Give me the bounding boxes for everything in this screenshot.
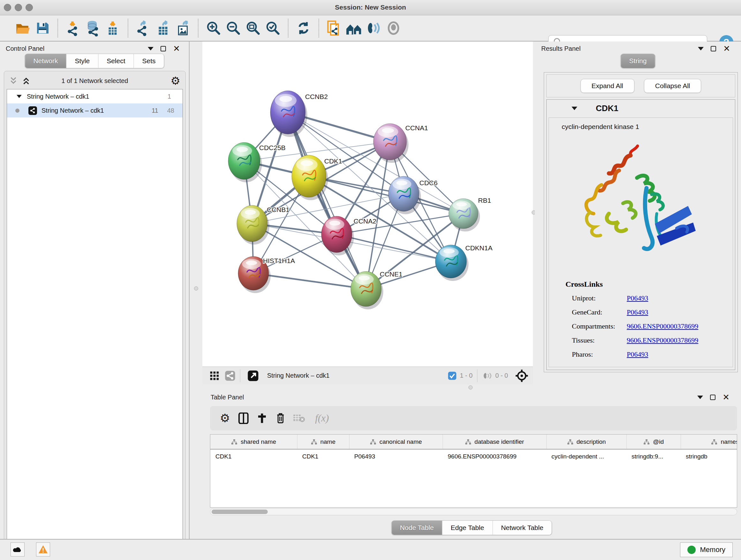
node-label-CDK1: CDK1 <box>324 158 342 165</box>
panel-menu-caret-icon[interactable] <box>148 47 153 51</box>
show-columns-icon[interactable] <box>234 409 253 428</box>
apply-style-button[interactable] <box>293 18 313 38</box>
column-header-description[interactable]: description <box>546 435 626 449</box>
network-row-selected[interactable]: String Network – cdk1 11 48 <box>7 104 183 118</box>
network-options-gear-icon[interactable]: ⚙ <box>171 74 180 87</box>
collection-count: 1 <box>167 93 171 100</box>
crosslink-link[interactable]: P06493 <box>627 294 648 302</box>
show-eye-button[interactable] <box>384 18 403 38</box>
panel-close-icon[interactable]: ✕ <box>723 46 730 51</box>
crosslink-link[interactable]: 9606.ENSP00000378699 <box>627 336 698 345</box>
tab-network-table[interactable]: Network Table <box>492 521 552 535</box>
zoom-in-button[interactable] <box>204 18 223 38</box>
collapse-all-button[interactable]: Collapse All <box>644 79 701 93</box>
node-HIST1H1A[interactable]: HIST1H1A <box>238 256 295 293</box>
panel-float-icon[interactable] <box>711 46 716 51</box>
column-header--id[interactable]: @id <box>626 435 681 449</box>
network-collection-row[interactable]: String Network – cdk1 1 <box>7 89 183 104</box>
scrollbar-thumb[interactable] <box>212 509 268 514</box>
tab-style[interactable]: Style <box>66 54 98 68</box>
network-view-canvas[interactable]: CCNB2CCNA1CDC25BCDK1CDC6RB1CCNB1CCNA2CDK… <box>202 42 533 367</box>
edge-CCNB2-CCNE1[interactable] <box>288 112 366 289</box>
column-header-shared-name[interactable]: shared name <box>210 435 297 449</box>
hidden-elements-icon <box>482 370 493 381</box>
left-splitter-handle-icon[interactable] <box>194 287 198 291</box>
export-image-button[interactable] <box>173 18 193 38</box>
export-table-button[interactable] <box>153 18 173 38</box>
table-cell[interactable]: cyclin-dependent ... <box>546 449 626 463</box>
table-cell[interactable]: CDK1 <box>297 449 349 463</box>
import-network-file-button[interactable] <box>63 18 83 38</box>
table-options-gear-icon[interactable]: ⚙ <box>216 409 234 428</box>
add-column-icon[interactable] <box>253 409 271 428</box>
selected-checkbox-icon[interactable] <box>448 371 457 380</box>
panel-menu-caret-icon[interactable] <box>697 395 703 399</box>
crosslink-link[interactable]: P06493 <box>627 350 648 359</box>
gene-section-header[interactable]: CDK1 <box>547 100 735 117</box>
bottom-splitter-handle-icon[interactable] <box>468 385 473 389</box>
tab-sets[interactable]: Sets <box>134 54 164 68</box>
expand-all-button[interactable]: Expand All <box>581 79 634 93</box>
tab-edge-table[interactable]: Edge Table <box>442 521 492 535</box>
tab-select[interactable]: Select <box>98 54 133 68</box>
panel-float-icon[interactable] <box>710 395 716 400</box>
crosslink-link[interactable]: P06493 <box>627 308 648 316</box>
panel-close-icon[interactable]: ✕ <box>723 395 730 400</box>
panel-menu-caret-icon[interactable] <box>698 47 704 51</box>
gene-name: CDK1 <box>596 104 618 113</box>
open-in-new-window-icon[interactable] <box>247 370 259 381</box>
memory-button[interactable]: Memory <box>680 543 733 557</box>
tab-string[interactable]: String <box>621 54 655 68</box>
hide-glasses-button[interactable] <box>364 18 384 38</box>
network-graph: CCNB2CCNA1CDC25BCDK1CDC6RB1CCNB1CCNA2CDK… <box>202 42 533 367</box>
tree-expand-caret-icon[interactable] <box>17 95 22 98</box>
zoom-selected-icon <box>265 20 281 36</box>
zoom-out-button[interactable] <box>223 18 243 38</box>
node-CDK1[interactable]: CDK1 <box>292 155 342 200</box>
table-row[interactable]: CDK1CDK1P064939606.ENSP00000378699cyclin… <box>210 449 737 463</box>
section-collapse-caret-icon[interactable] <box>571 107 577 110</box>
warnings-button[interactable] <box>36 543 50 557</box>
column-header-name[interactable]: name <box>297 435 349 449</box>
grid-view-icon[interactable] <box>209 371 219 381</box>
node-CCNA2[interactable]: CCNA2 <box>321 216 376 255</box>
delete-column-trash-icon[interactable] <box>271 409 290 428</box>
column-header-canonical-name[interactable]: canonical name <box>349 435 443 449</box>
table-toolbar: ⚙ <box>210 406 737 430</box>
node-RB1[interactable]: RB1 <box>449 197 491 232</box>
column-header-namespace[interactable]: namespace <box>681 435 737 449</box>
panel-close-icon[interactable]: ✕ <box>173 46 180 51</box>
tab-network[interactable]: Network <box>25 54 66 68</box>
panel-float-icon[interactable] <box>160 46 166 51</box>
table-cell[interactable]: stringdb <box>681 449 737 463</box>
table-horizontal-scrollbar[interactable] <box>210 508 737 515</box>
node-CCNA1[interactable]: CCNA1 <box>374 124 428 163</box>
table-cell[interactable]: stringdb:9... <box>626 449 681 463</box>
column-header-database-identifier[interactable]: database identifier <box>443 435 546 449</box>
cloud-status-button[interactable] <box>10 543 24 557</box>
export-network-icon <box>135 20 151 36</box>
network-view-share-icon[interactable] <box>225 370 235 381</box>
birdseye-crosshair-icon[interactable] <box>515 369 529 382</box>
table-cell[interactable]: CDK1 <box>210 449 297 463</box>
node-label-CDC25B: CDC25B <box>259 144 286 151</box>
node-CDC6[interactable]: CDC6 <box>388 176 437 214</box>
import-network-database-button[interactable] <box>83 18 103 38</box>
import-table-button[interactable] <box>103 18 123 38</box>
string-home-icon <box>345 19 362 37</box>
clone-network-button[interactable] <box>324 18 344 38</box>
table-cell[interactable]: P06493 <box>349 449 443 463</box>
table-cell[interactable]: 9606.ENSP00000378699 <box>443 449 546 463</box>
node-CDKN1A[interactable]: CDKN1A <box>435 244 492 281</box>
save-session-button[interactable] <box>32 18 52 38</box>
node-CDC25B[interactable]: CDC25B <box>228 142 286 182</box>
open-session-button[interactable] <box>13 18 32 38</box>
node-CCNE1[interactable]: CCNE1 <box>351 270 402 309</box>
export-network-button[interactable] <box>133 18 153 38</box>
tab-node-table[interactable]: Node Table <box>392 521 442 535</box>
string-home-button[interactable] <box>344 18 364 38</box>
node-CCNB2[interactable]: CCNB2 <box>270 91 328 137</box>
zoom-fit-button[interactable] <box>243 18 263 38</box>
crosslink-link[interactable]: 9606.ENSP00000378699 <box>627 322 698 330</box>
zoom-selected-button[interactable] <box>263 18 283 38</box>
